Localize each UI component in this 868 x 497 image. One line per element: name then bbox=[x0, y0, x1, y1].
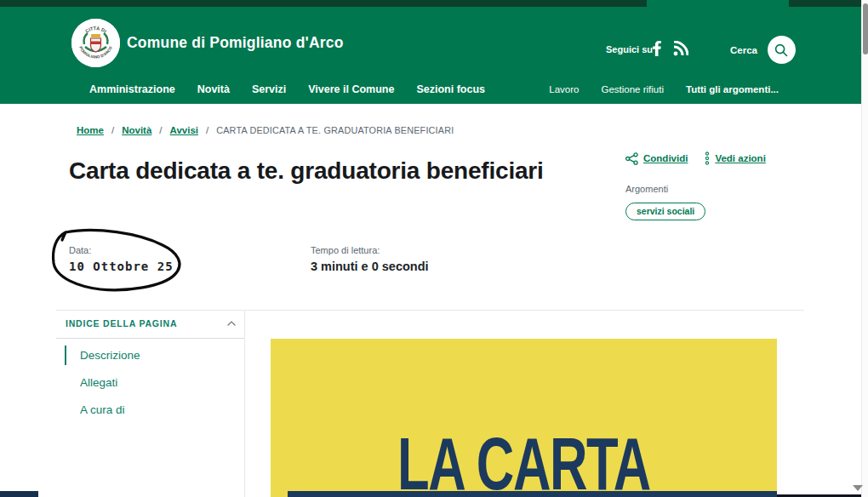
site-header: CITTÀ DI POMIGLIANO D'ARCO Comune di Pom… bbox=[0, 7, 861, 104]
breadcrumb-separator: / bbox=[159, 125, 162, 135]
chevron-up-icon bbox=[227, 321, 236, 326]
hero-image-clipped-text bbox=[288, 491, 777, 497]
breadcrumb-separator: / bbox=[206, 125, 208, 135]
page-index-toggle[interactable]: INDICE DELLA PAGINA bbox=[66, 318, 236, 328]
share-label: Condividi bbox=[643, 153, 688, 163]
share-icon bbox=[625, 152, 638, 165]
facebook-icon[interactable] bbox=[648, 40, 665, 57]
article-hero-image: LA CARTA bbox=[271, 339, 777, 497]
page-index-title: INDICE DELLA PAGINA bbox=[66, 318, 177, 328]
page-scrollbar[interactable] bbox=[861, 0, 868, 497]
scrollbar-thumb[interactable] bbox=[863, 3, 868, 54]
vertical-dots-icon bbox=[705, 151, 710, 165]
nav-item-servizi[interactable]: Servizi bbox=[252, 83, 286, 95]
date-label: Data: bbox=[69, 245, 174, 255]
date-value: 10 Ottobre 25 bbox=[69, 260, 174, 273]
index-header-divider bbox=[56, 338, 244, 339]
nav-item-lavoro[interactable]: Lavoro bbox=[549, 84, 579, 94]
share-button[interactable]: Condividi bbox=[625, 152, 688, 165]
nav-item-amministrazione[interactable]: Amministrazione bbox=[89, 83, 175, 95]
breadcrumb-separator: / bbox=[111, 125, 114, 135]
sidebar-divider bbox=[244, 310, 245, 497]
rss-icon[interactable] bbox=[672, 40, 689, 57]
breadcrumb: Home / Novità / Avvisi / CARTA DEDICATA … bbox=[77, 125, 454, 135]
content-divider bbox=[56, 310, 804, 311]
municipal-logo[interactable]: CITTÀ DI POMIGLIANO D'ARCO bbox=[71, 19, 120, 67]
bottom-edge-artifact-left bbox=[0, 491, 38, 497]
scroll-down-arrow-icon[interactable] bbox=[849, 482, 866, 494]
breadcrumb-home[interactable]: Home bbox=[77, 125, 104, 135]
page-title: Carta dedicata a te. graduatoria benefic… bbox=[69, 155, 562, 187]
reading-time: Tempo di lettura: 3 minuti e 0 secondi bbox=[311, 245, 429, 273]
search-icon bbox=[768, 36, 796, 64]
index-item-allegati[interactable]: Allegati bbox=[65, 373, 140, 392]
site-title[interactable]: Comune di Pomigliano d'Arco bbox=[127, 34, 344, 52]
page-index-list: Descrizione Allegati A cura di bbox=[65, 346, 140, 427]
crest-icon: CITTÀ DI POMIGLIANO D'ARCO bbox=[71, 19, 120, 67]
index-item-a-cura-di[interactable]: A cura di bbox=[65, 400, 140, 420]
main-navigation: Amministrazione Novità Servizi Vivere il… bbox=[0, 83, 861, 95]
index-item-descrizione[interactable]: Descrizione bbox=[65, 346, 140, 365]
browser-viewport: CITTÀ DI POMIGLIANO D'ARCO Comune di Pom… bbox=[0, 0, 868, 497]
reading-time-label: Tempo di lettura: bbox=[311, 245, 429, 255]
nav-item-novita[interactable]: Novità bbox=[197, 83, 230, 95]
article-meta-column: Condividi Vedi azioni Argomenti servizi … bbox=[625, 151, 821, 220]
reading-time-value: 3 minuti e 0 secondi bbox=[311, 260, 429, 273]
actions-button[interactable]: Vedi azioni bbox=[705, 151, 765, 165]
hero-image-heading: LA CARTA bbox=[346, 426, 701, 497]
nav-item-gestione-rifiuti[interactable]: Gestione rifiuti bbox=[601, 84, 664, 94]
nav-item-vivere-il-comune[interactable]: Vivere il Comune bbox=[308, 83, 394, 95]
breadcrumb-avvisi[interactable]: Avvisi bbox=[170, 125, 198, 135]
actions-label: Vedi azioni bbox=[715, 153, 765, 163]
top-accent-strip bbox=[0, 0, 861, 7]
follow-label: Seguici su bbox=[606, 44, 653, 54]
breadcrumb-current-page: CARTA DEDICATA A TE. GRADUATORIA BENEFIC… bbox=[216, 125, 454, 135]
nav-item-sezioni-focus[interactable]: Sezioni focus bbox=[416, 83, 485, 95]
nav-item-tutti-gli-argomenti[interactable]: Tutti gli argomenti... bbox=[686, 84, 779, 94]
breadcrumb-novita[interactable]: Novità bbox=[122, 125, 151, 135]
search-label: Cerca bbox=[730, 45, 757, 55]
top-accent-strip-highlight bbox=[647, 0, 789, 7]
article-date: Data: 10 Ottobre 25 bbox=[69, 245, 174, 273]
topics-label: Argomenti bbox=[625, 184, 821, 194]
topic-chip-servizi-sociali[interactable]: servizi sociali bbox=[625, 203, 705, 220]
search-button[interactable]: Cerca bbox=[730, 36, 796, 64]
